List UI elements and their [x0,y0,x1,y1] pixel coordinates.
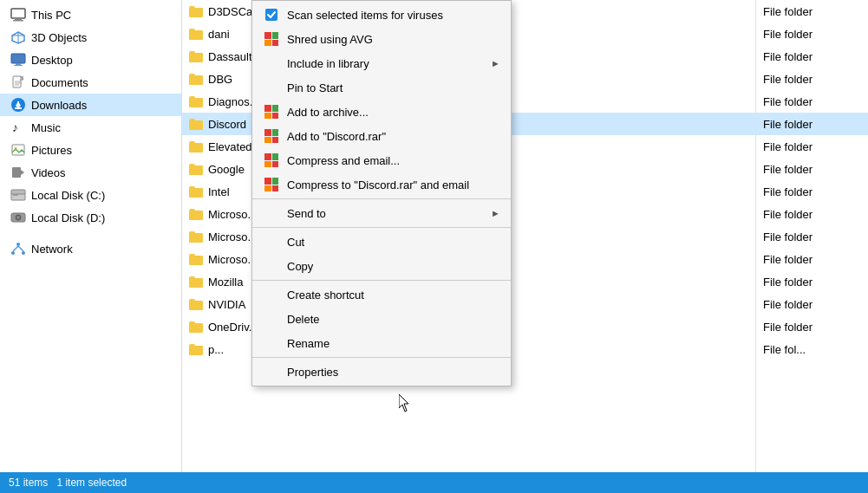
folder-icon [189,164,203,175]
menu-item-shortcut[interactable]: Create shortcut [252,282,511,307]
menu-item-label-archive-discord: Add to "Discord.rar" [287,130,500,143]
sidebar-item-network[interactable]: Network [0,237,181,260]
submenu-arrow-library: ► [491,58,500,68]
sidebar-item-thispc[interactable]: This PC [0,3,181,26]
network-icon [10,241,26,256]
svg-point-32 [22,251,25,255]
menu-item-shred[interactable]: Shred using AVG [252,27,511,51]
type-item: File folder [756,0,868,23]
folder-icon [189,119,203,130]
menu-item-pin[interactable]: Pin to Start [252,75,511,100]
menu-item-compress-email[interactable]: Compress and email... [252,148,511,172]
sidebar-item-documents[interactable]: Documents [0,71,181,94]
folder-icon [189,344,203,355]
menu-item-label-pin: Pin to Start [287,81,500,94]
svg-line-33 [13,246,18,251]
no-icon-cut [263,233,280,250]
separator-2 [252,227,511,228]
menu-item-properties[interactable]: Properties [252,360,511,384]
folder-icon [189,299,203,310]
type-item: File folder [756,68,868,90]
svg-line-34 [18,246,23,251]
scan-icon [263,6,280,23]
disk-c-icon [10,187,26,203]
type-item: File folder [756,135,868,158]
sidebar-label-3dobjects: 3D Objects [31,31,87,44]
menu-item-copy[interactable]: Copy [252,254,511,278]
sidebar-item-videos[interactable]: Videos [0,161,181,184]
menu-item-label-shred: Shred using AVG [287,33,500,46]
folder-icon [189,209,203,220]
svg-point-31 [11,251,15,255]
svg-rect-6 [11,54,25,63]
menu-item-sendto[interactable]: Send to ► [252,201,511,225]
menu-item-include-library[interactable]: Include in library ► [252,51,511,75]
type-item: File fol... [756,338,868,360]
menu-item-rename[interactable]: Rename [252,331,511,355]
downloads-icon [10,97,26,113]
pictures-icon [10,142,26,158]
sidebar-label-diskd: Local Disk (D:) [31,211,105,224]
compress-icon [263,152,280,169]
no-icon-properties [263,363,280,380]
menu-item-label-compress-discord-email: Compress to "Discord.rar" and email [287,178,500,191]
avg-icon [263,30,280,48]
svg-point-30 [16,243,20,246]
type-item: File folder [756,45,868,68]
compress2-icon [263,176,280,193]
sidebar-label-downloads: Downloads [31,99,87,112]
svg-marker-23 [21,170,24,175]
menu-item-scan[interactable]: Scan selected items for viruses [252,3,511,27]
menu-item-compress-discord-email[interactable]: Compress to "Discord.rar" and email [252,172,511,197]
sidebar-label-documents: Documents [31,76,88,89]
sidebar-item-diskc[interactable]: Local Disk (C:) [0,184,181,206]
folder-icon [189,96,203,107]
3dobjects-icon [10,29,26,45]
type-item: File folder [756,203,868,225]
submenu-arrow-sendto: ► [491,208,500,218]
folder-icon [189,6,203,17]
documents-icon [10,75,26,90]
sidebar-label-network: Network [31,243,73,256]
type-item: File folder [756,90,868,113]
folder-icon [189,231,203,243]
videos-icon [10,165,26,180]
archive2-icon [263,127,280,145]
desktop-icon [10,52,26,68]
type-item: File folder [756,180,868,203]
type-item: File folder [756,225,868,248]
folder-icon [189,51,203,62]
type-column: File folder File folder File folder File… [755,0,868,493]
context-menu: Scan selected items for viruses Shred us… [251,0,512,386]
sidebar-item-diskd[interactable]: Local Disk (D:) [0,206,181,229]
sidebar-label-thispc: This PC [31,9,71,22]
menu-item-archive[interactable]: Add to archive... [252,100,511,124]
svg-text:♪: ♪ [12,120,18,134]
menu-item-label-rename: Rename [287,337,500,350]
sidebar-item-desktop[interactable]: Desktop [0,49,181,71]
sidebar-item-downloads[interactable]: Downloads [0,94,181,116]
menu-item-label-delete: Delete [287,313,500,326]
svg-rect-22 [12,167,21,178]
no-icon-library [263,55,280,72]
menu-item-label-sendto: Send to [287,207,491,220]
menu-item-cut[interactable]: Cut [252,230,511,254]
type-item: File folder [756,270,868,293]
menu-item-archive-discord[interactable]: Add to "Discord.rar" [252,124,511,148]
svg-rect-25 [11,190,25,194]
menu-item-label-library: Include in library [287,57,491,70]
menu-item-delete[interactable]: Delete [252,307,511,331]
sidebar-label-diskc: Local Disk (C:) [31,189,105,202]
sidebar-item-3dobjects[interactable]: 3D Objects [0,26,181,49]
sidebar: This PC 3D Objects Desktop Documents Dow [0,0,182,493]
sidebar-item-music[interactable]: ♪ Music [0,116,181,139]
computer-icon [10,7,26,23]
svg-rect-2 [13,20,23,22]
no-icon-pin [263,79,280,96]
svg-rect-26 [13,194,18,196]
folder-icon [189,74,203,85]
type-item: File folder [756,158,868,180]
svg-rect-0 [11,9,25,18]
sidebar-item-pictures[interactable]: Pictures [0,139,181,161]
type-item: File folder [756,248,868,270]
